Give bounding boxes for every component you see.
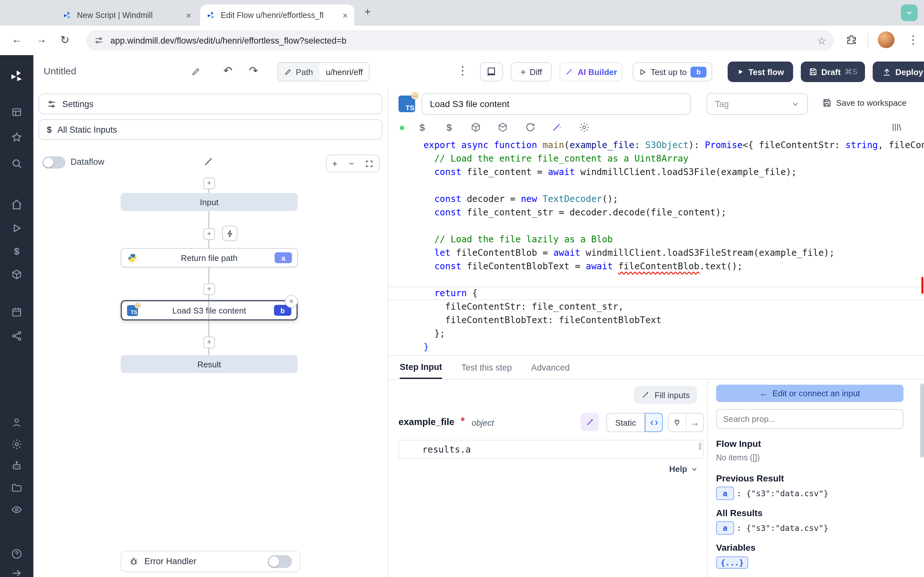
variables-badge[interactable]: {...} xyxy=(716,556,748,569)
workers-nodes-icon[interactable] xyxy=(11,330,23,342)
tab-test-this-step[interactable]: Test this step xyxy=(461,356,512,379)
resources-package-icon[interactable] xyxy=(11,269,23,280)
error-handler-bar[interactable]: Error Handler xyxy=(121,551,300,572)
code-editor[interactable]: export async function main(example_file:… xyxy=(388,139,924,355)
previous-result-row[interactable]: a : {"s3":"data.csv"} xyxy=(716,487,829,500)
deploy-button[interactable]: Deploy xyxy=(873,61,924,82)
diff-button[interactable]: + Diff xyxy=(511,62,552,81)
reload-icon[interactable]: ↻ xyxy=(60,33,69,47)
settings-gear-icon[interactable] xyxy=(11,438,23,450)
zoom-out-icon[interactable]: − xyxy=(349,158,354,169)
tab-close-icon[interactable]: × xyxy=(342,10,348,20)
plug-connect-icon[interactable] xyxy=(669,414,686,432)
goto-arrow-icon[interactable]: → xyxy=(686,414,703,432)
more-options-kebab-icon[interactable]: ⋮ xyxy=(457,63,468,77)
all-static-inputs-button[interactable]: $ All Static Inputs xyxy=(39,119,383,140)
apps-grid-icon[interactable] xyxy=(11,106,23,118)
input-node[interactable]: Input xyxy=(121,193,298,211)
profile-avatar[interactable] xyxy=(878,31,895,48)
dependencies-box-icon[interactable] xyxy=(497,122,509,133)
draft-button[interactable]: Draft ⌘S xyxy=(801,61,865,82)
code-brackets-icon xyxy=(650,418,658,427)
bookmark-star-icon[interactable]: ☆ xyxy=(817,34,827,47)
package-icon[interactable] xyxy=(470,122,482,133)
save-to-workspace-button[interactable]: Save to workspace xyxy=(822,98,907,108)
add-step-button[interactable]: + xyxy=(204,337,215,348)
expression-input[interactable]: results.a xyxy=(399,440,704,459)
edit-or-connect-banner[interactable]: ← Edit or connect an input xyxy=(716,385,903,402)
panel-scrollbar[interactable] xyxy=(919,380,924,577)
ai-wand-icon[interactable] xyxy=(551,122,563,133)
add-step-button[interactable]: + xyxy=(204,177,215,189)
fit-view-icon[interactable] xyxy=(365,159,373,168)
step-name-input[interactable] xyxy=(422,93,691,115)
browser-menu-kebab-icon[interactable]: ⋮ xyxy=(907,33,919,47)
refresh-icon[interactable] xyxy=(525,122,536,133)
folders-icon[interactable] xyxy=(11,482,23,494)
flow-settings-button[interactable]: Settings xyxy=(39,93,383,114)
edit-title-pencil-icon[interactable] xyxy=(191,67,201,76)
undo-icon[interactable]: ↶ xyxy=(223,64,233,77)
tab-step-input[interactable]: Step Input xyxy=(400,356,442,379)
users-person-icon[interactable] xyxy=(11,417,23,428)
help-question-icon[interactable] xyxy=(11,548,23,560)
editor-settings-gear-icon[interactable] xyxy=(579,122,590,133)
ai-builder-button[interactable]: AI Builder xyxy=(559,62,622,81)
dataflow-toggle[interactable] xyxy=(42,156,65,169)
variables-dollar-icon[interactable]: $ xyxy=(11,245,23,257)
tab-advanced[interactable]: Advanced xyxy=(531,356,570,379)
flow-title: Untitled xyxy=(44,65,76,76)
forward-icon[interactable]: → xyxy=(36,33,47,46)
browser-tab-edit-flow[interactable]: Edit Flow u/henri/effortless_fl × xyxy=(200,5,354,26)
runs-play-icon[interactable] xyxy=(11,222,23,234)
result-node[interactable]: Result xyxy=(121,355,298,373)
help-disclosure[interactable]: Help xyxy=(669,464,698,474)
result-id-badge[interactable]: a xyxy=(716,521,734,535)
path-control[interactable]: Path u/henri/eff xyxy=(277,62,370,81)
search-prop-input[interactable] xyxy=(716,409,903,429)
error-handler-toggle[interactable] xyxy=(268,555,292,568)
expression-editor-toggle[interactable] xyxy=(645,413,663,432)
assets-dollar-icon[interactable]: $ xyxy=(417,122,428,133)
extensions-puzzle-icon[interactable] xyxy=(846,34,857,45)
tag-select[interactable]: Tag xyxy=(706,93,808,115)
test-flow-button[interactable]: Test flow xyxy=(728,61,793,82)
worker-groups-robot-icon[interactable] xyxy=(11,460,23,472)
test-up-to-button[interactable]: Test up to b xyxy=(633,62,712,81)
library-icon[interactable] xyxy=(891,122,903,133)
step-node-a[interactable]: Return file path a xyxy=(121,248,298,268)
step-id-badge: a xyxy=(275,252,292,263)
ai-fill-wand-button[interactable] xyxy=(581,413,599,431)
tab-search-button[interactable] xyxy=(901,5,918,21)
delete-step-button[interactable]: × xyxy=(285,295,298,308)
schedules-calendar-icon[interactable] xyxy=(11,306,23,318)
back-icon[interactable]: ← xyxy=(11,33,23,46)
step-node-b-selected[interactable]: TS Load S3 file content b xyxy=(121,300,298,321)
windmill-favicon xyxy=(63,11,72,19)
ai-wand-icon[interactable] xyxy=(203,156,214,167)
trigger-bolt-button[interactable] xyxy=(222,226,237,241)
search-icon[interactable] xyxy=(11,158,23,169)
fill-inputs-button[interactable]: Fill inputs xyxy=(634,386,697,404)
variables-dollar-icon[interactable]: $ xyxy=(443,122,455,133)
windmill-logo-icon[interactable] xyxy=(10,69,24,83)
redo-icon[interactable]: ↷ xyxy=(249,64,258,77)
tab-close-icon[interactable]: × xyxy=(186,10,191,20)
address-bar[interactable]: app.windmill.dev/flows/edit/u/henri/effo… xyxy=(86,30,834,51)
all-results-row[interactable]: a : {"s3":"data.csv"} xyxy=(716,521,829,535)
result-id-badge[interactable]: a xyxy=(716,487,734,500)
docs-book-button[interactable] xyxy=(480,62,503,81)
add-step-button[interactable]: + xyxy=(204,284,215,295)
audit-eye-icon[interactable] xyxy=(11,504,23,516)
static-mode-button[interactable]: Static xyxy=(606,413,645,432)
add-step-button[interactable]: + xyxy=(204,228,215,240)
arrow-left-icon: ← xyxy=(759,388,768,398)
new-tab-button[interactable]: + xyxy=(365,6,371,19)
browser-tab-new-script[interactable]: New Script | Windmill × xyxy=(57,5,198,26)
collapse-arrow-icon[interactable] xyxy=(11,567,23,577)
home-icon[interactable] xyxy=(11,199,23,210)
mini-scrollbar[interactable] xyxy=(699,442,701,450)
site-settings-icon[interactable] xyxy=(94,35,104,45)
zoom-in-icon[interactable]: + xyxy=(333,158,338,169)
favorites-star-icon[interactable] xyxy=(11,131,23,143)
